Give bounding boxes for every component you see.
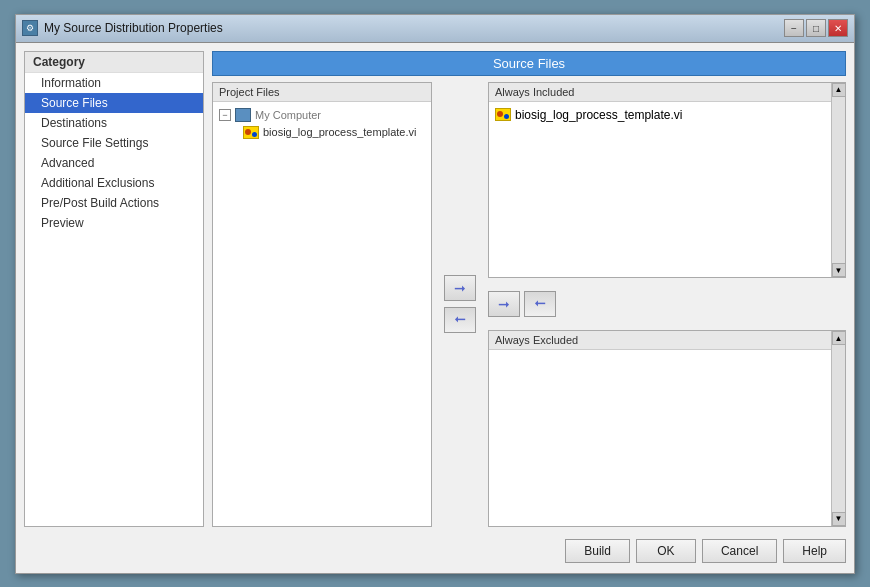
sidebar-item-source-file-settings[interactable]: Source File Settings (25, 133, 203, 153)
cancel-button[interactable]: Cancel (702, 539, 777, 563)
vi-file-icon (243, 126, 259, 139)
remove-from-included-button[interactable]: ➞ (444, 307, 476, 333)
close-button[interactable]: ✕ (828, 19, 848, 37)
window-icon: ⚙ (22, 20, 38, 36)
sidebar-category: Category (25, 52, 203, 73)
always-included-item-0[interactable]: biosig_log_process_template.vi (493, 106, 827, 124)
right-panel: Source Files Project Files − My Computer (212, 51, 846, 527)
scrollbar-down-arrow[interactable]: ▼ (832, 263, 846, 277)
always-excluded-panel: Always Excluded ▲ ▼ (488, 330, 846, 527)
main-area: Category Information Source Files Destin… (24, 51, 846, 527)
add-to-included-button[interactable]: ➞ (444, 275, 476, 301)
help-button[interactable]: Help (783, 539, 846, 563)
always-included-panel: Always Included biosig_log_process_templ… (488, 82, 846, 279)
tree-root-label: My Computer (255, 109, 321, 121)
add-to-excluded-button[interactable]: ➞ (488, 291, 520, 317)
sidebar-item-destinations[interactable]: Destinations (25, 113, 203, 133)
panel-header: Source Files (212, 51, 846, 76)
top-middle-buttons: ➞ ➞ (438, 82, 482, 527)
always-excluded-content[interactable] (489, 350, 845, 526)
tree-child-label: biosig_log_process_template.vi (263, 126, 416, 138)
project-files-panel: Project Files − My Computer biosig_log_ (212, 82, 432, 527)
sidebar-item-source-files[interactable]: Source Files (25, 93, 203, 113)
window-title: My Source Distribution Properties (44, 21, 778, 35)
excluded-scrollbar-down[interactable]: ▼ (832, 512, 846, 526)
title-controls: − □ ✕ (784, 19, 848, 37)
sidebar: Category Information Source Files Destin… (24, 51, 204, 527)
ok-button[interactable]: OK (636, 539, 696, 563)
sidebar-item-pre-post-build-actions[interactable]: Pre/Post Build Actions (25, 193, 203, 213)
tree-child-vi[interactable]: biosig_log_process_template.vi (241, 124, 427, 141)
always-included-content[interactable]: biosig_log_process_template.vi (489, 102, 845, 278)
files-area: Project Files − My Computer biosig_log_ (212, 82, 846, 527)
always-included-scrollbar[interactable]: ▲ ▼ (831, 83, 845, 278)
bottom-arrows-area: ➞ ➞ (488, 284, 846, 324)
tree-child-area: biosig_log_process_template.vi (217, 124, 427, 141)
main-window: ⚙ My Source Distribution Properties − □ … (15, 14, 855, 574)
scrollbar-up-arrow[interactable]: ▲ (832, 83, 846, 97)
excluded-scrollbar-up[interactable]: ▲ (832, 331, 846, 345)
tree-expand-icon[interactable]: − (219, 109, 231, 121)
always-excluded-label: Always Excluded (489, 331, 845, 350)
included-item-label: biosig_log_process_template.vi (515, 108, 682, 122)
computer-icon (235, 108, 251, 122)
project-files-content[interactable]: − My Computer biosig_log_process_templat… (213, 102, 431, 526)
project-files-label: Project Files (213, 83, 431, 102)
maximize-button[interactable]: □ (806, 19, 826, 37)
tree-root-item[interactable]: − My Computer (217, 106, 427, 124)
right-lists: Always Included biosig_log_process_templ… (488, 82, 846, 527)
sidebar-item-information[interactable]: Information (25, 73, 203, 93)
remove-from-excluded-button[interactable]: ➞ (524, 291, 556, 317)
build-button[interactable]: Build (565, 539, 630, 563)
title-bar: ⚙ My Source Distribution Properties − □ … (16, 15, 854, 43)
window-content: Category Information Source Files Destin… (16, 43, 854, 573)
sidebar-item-preview[interactable]: Preview (25, 213, 203, 233)
sidebar-item-additional-exclusions[interactable]: Additional Exclusions (25, 173, 203, 193)
included-vi-icon (495, 108, 511, 121)
always-excluded-scrollbar[interactable]: ▲ ▼ (831, 331, 845, 526)
minimize-button[interactable]: − (784, 19, 804, 37)
sidebar-item-advanced[interactable]: Advanced (25, 153, 203, 173)
always-included-label: Always Included (489, 83, 845, 102)
bottom-buttons-area: Build OK Cancel Help (24, 535, 846, 565)
